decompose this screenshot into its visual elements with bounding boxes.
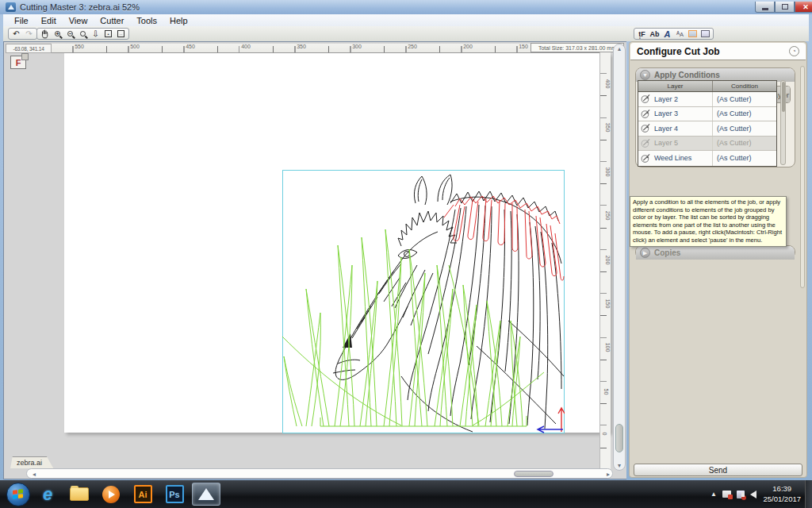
zoom-in-button[interactable]: + — [52, 29, 63, 39]
ie-icon: e — [43, 484, 52, 505]
zoom-out-button[interactable]: − — [64, 29, 76, 39]
table-header: Layer Condition — [638, 81, 776, 92]
undo-redo-group: ↶ ↷ — [8, 28, 37, 40]
layer-condition: (As Cutter) — [713, 139, 776, 147]
table-row-disabled[interactable]: Layer 5 (As Cutter) — [638, 137, 776, 152]
layer-name: Layer 5 — [654, 139, 678, 147]
menu-edit[interactable]: Edit — [35, 16, 63, 25]
expand-button[interactable]: ▶ — [640, 248, 650, 258]
table-row[interactable]: Layer 2 (As Cutter) — [638, 92, 776, 107]
window-title: Cutting Master 3: zebra.ai 52% — [20, 2, 140, 12]
table-row[interactable]: Weed Lines (As Cutter) — [638, 151, 776, 166]
layer-name: Layer 3 — [654, 110, 678, 117]
play-icon — [102, 486, 120, 503]
horizontal-scrollbar[interactable]: ◂ ▸ — [26, 468, 613, 479]
apply-conditions-label: Apply Conditions — [654, 71, 720, 79]
down-arrow-icon: ⇩ — [92, 29, 98, 38]
horizontal-scroll-thumb[interactable] — [514, 471, 553, 477]
menu-tools[interactable]: Tools — [130, 16, 163, 25]
copies-header[interactable]: ▶ Copies — [636, 246, 795, 260]
menu-view[interactable]: View — [63, 16, 94, 25]
app-window: Cutting Master 3: zebra.ai 52% ✕ File Ed… — [0, 0, 812, 480]
taskbar-item-ie[interactable]: e — [33, 483, 62, 506]
table-row[interactable]: Layer 3 (As Cutter) — [638, 107, 776, 122]
ruler-label: 150 — [519, 44, 528, 49]
vertical-scrollbar[interactable]: ▴ ▾ — [613, 44, 626, 471]
start-button[interactable] — [6, 483, 30, 506]
hand-icon — [40, 29, 49, 39]
blade-icon — [641, 138, 651, 148]
table-scroll-thumb[interactable] — [782, 82, 785, 112]
clock-time: 16:39 — [763, 483, 801, 494]
taskbar-item-media-player[interactable] — [97, 483, 125, 506]
scroll-up-icon[interactable]: ▴ — [614, 45, 625, 52]
scroll-right-icon[interactable]: ▸ — [603, 471, 614, 478]
conditions-table: Layer Condition Layer 2 (As Cutter) Laye… — [638, 80, 777, 167]
taskbar-item-explorer[interactable] — [65, 483, 94, 506]
taskbar-item-cutting-master[interactable] — [192, 483, 220, 506]
panel-scroll-thumb[interactable] — [800, 66, 805, 288]
canvas-workspace[interactable]: -63.08, 341.14 550 500 450 400 350 300 2… — [3, 41, 626, 479]
show-desktop-button[interactable] — [805, 480, 812, 508]
kerning-button[interactable]: t͕F — [636, 29, 648, 39]
desktop: Cutting Master 3: zebra.ai 52% ✕ File Ed… — [0, 0, 812, 508]
undo-button[interactable]: ↶ — [10, 29, 22, 39]
document-tab[interactable]: zebra.ai — [10, 456, 55, 468]
copies-label: Copies — [654, 248, 680, 257]
volume-icon[interactable] — [750, 491, 756, 498]
app-icon — [6, 2, 16, 12]
menu-cutter[interactable]: Cutter — [94, 16, 130, 25]
orientation-icon[interactable]: F — [10, 56, 26, 69]
show-media-button[interactable]: ⇩ — [90, 29, 102, 39]
text-size-button[interactable]: ᴬA — [674, 29, 686, 39]
ruler-label: 500 — [130, 44, 140, 49]
system-tray: ▲ — [710, 480, 756, 508]
tray-expand-icon[interactable]: ▲ — [710, 491, 717, 498]
vertical-ruler: 400 350 300 250 200 150 100 50 0 — [599, 52, 611, 471]
ruler-label: 150 — [605, 299, 611, 309]
ruler-label: 350 — [297, 44, 306, 49]
maximize-button[interactable] — [775, 2, 795, 13]
network-icon[interactable] — [722, 491, 731, 498]
pan-tool-button[interactable] — [39, 29, 51, 39]
taskbar-clock[interactable]: 16:39 25/01/2017 — [763, 483, 801, 504]
menu-file[interactable]: File — [8, 16, 35, 25]
ruler-label: 550 — [75, 44, 84, 49]
layer-name: Layer 4 — [654, 125, 678, 133]
layer-name: Weed Lines — [654, 154, 691, 162]
layer-condition: (As Cutter) — [713, 125, 776, 133]
taskbar-item-photoshop[interactable]: Ps — [160, 483, 189, 506]
monitor-icon — [701, 30, 710, 37]
fit-to-window-button[interactable]: • — [102, 29, 114, 39]
help-icon[interactable]: ◔ — [789, 46, 799, 56]
actual-size-button[interactable]: ·· — [115, 29, 127, 39]
ruler-label: 200 — [463, 44, 473, 49]
menu-help[interactable]: Help — [163, 16, 194, 25]
font-style-button[interactable]: Ab — [649, 29, 661, 39]
plot-preview-button[interactable] — [699, 29, 711, 39]
minimize-button[interactable] — [755, 2, 775, 13]
zoom-area-button[interactable] — [77, 29, 89, 39]
kerning-icon: t͕F — [637, 30, 647, 38]
zebra-artwork[interactable] — [282, 170, 565, 433]
preview-button[interactable] — [687, 29, 699, 39]
column-layer: Layer — [638, 81, 713, 91]
zoom-out-icon: − — [67, 31, 73, 37]
zoom-tool-group: + − ⇩ • ·· — [36, 28, 129, 40]
send-button[interactable]: Send — [634, 464, 802, 476]
redo-button[interactable]: ↷ — [23, 29, 35, 39]
taskbar-item-illustrator[interactable]: Ai — [128, 483, 157, 506]
close-button[interactable]: ✕ — [795, 2, 812, 13]
fit-window-icon: • — [105, 30, 112, 37]
collapse-button[interactable]: ▼ — [640, 70, 650, 80]
table-row[interactable]: Layer 4 (As Cutter) — [638, 121, 776, 137]
ruler-label: 300 — [352, 44, 362, 49]
scroll-left-icon[interactable]: ◂ — [29, 471, 40, 478]
vertical-scroll-thumb[interactable] — [615, 424, 623, 452]
blade-icon — [641, 123, 651, 133]
scroll-down-icon[interactable]: ▾ — [614, 462, 625, 469]
panel-scrollbar[interactable] — [800, 64, 806, 501]
bold-button[interactable]: A — [661, 29, 673, 39]
ruler-label: 100 — [605, 343, 611, 352]
table-scrollbar[interactable] — [780, 80, 786, 165]
